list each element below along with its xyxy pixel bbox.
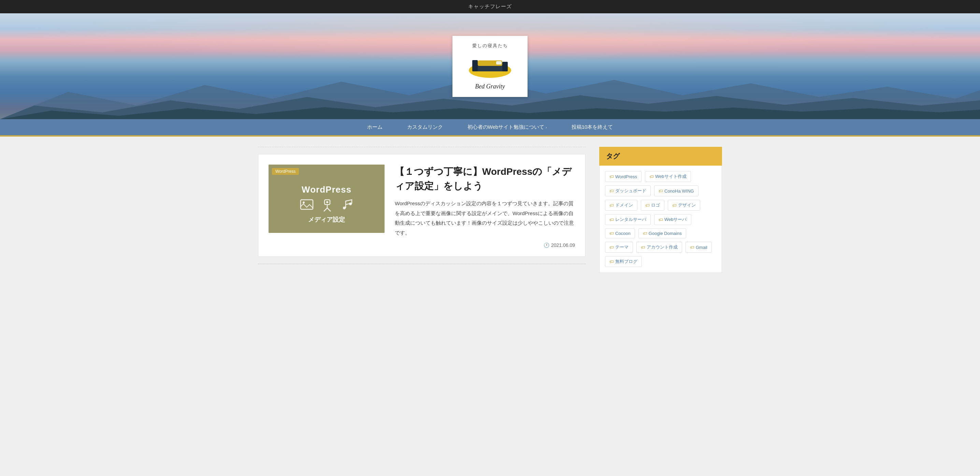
date-text: 2021.06.09 [551,243,575,248]
article-separator-bottom [258,264,585,264]
top-bar: キャッチフレーズ [0,0,980,13]
tag-item[interactable]: 🏷レンタルサーバ [605,214,651,225]
tags-widget: タグ 🏷WordPress🏷Webサイト作成🏷ダッシュボード🏷ConoHa WI… [599,147,722,273]
tag-item[interactable]: 🏷ダッシュボード [605,185,651,196]
tag-icon: 🏷 [609,203,614,208]
tag-icon: 🏷 [609,217,614,222]
tag-item[interactable]: 🏷ConoHa WING [654,185,698,196]
tag-label: Google Domains [649,231,682,236]
tag-label: WordPress [615,174,637,179]
article-info: 【１つずつ丁寧に】WordPressの「メディア設定」をしよう WordPres… [395,165,575,248]
svg-rect-5 [472,60,478,71]
nav-item-after10[interactable]: 投稿10本を終えて [559,119,625,135]
tag-item[interactable]: 🏷Webサーバ [654,214,691,225]
page-body: WordPress WordPress [251,137,729,293]
tags-widget-body: 🏷WordPress🏷Webサイト作成🏷ダッシュボード🏷ConoHa WING🏷… [599,166,722,273]
tag-icon: 🏷 [649,174,654,179]
tag-label: Gmail [696,245,707,250]
thumb-subtitle: メディア設定 [308,216,345,224]
thumb-wp-label: WordPress [302,184,352,195]
nav-item-beginner[interactable]: 初心者のWebサイト勉強について › [455,119,559,135]
tag-icon: 🏷 [609,245,614,250]
svg-point-17 [349,203,352,205]
tag-item[interactable]: 🏷ロゴ [641,200,664,211]
tag-label: デザイン [678,202,696,208]
article-title[interactable]: 【１つずつ丁寧に】WordPressの「メディア設定」をしよう [395,165,575,193]
tag-label: ロゴ [651,202,660,208]
sidebar: タグ 🏷WordPress🏷Webサイト作成🏷ダッシュボード🏷ConoHa WI… [599,147,722,283]
tag-label: ダッシュボード [615,188,646,194]
tag-icon: 🏷 [643,231,647,236]
svg-line-14 [324,208,327,211]
nav-item-home[interactable]: ホーム [355,119,395,135]
article-date: 🕐 2021.06.09 [395,243,575,248]
tag-item[interactable]: 🏷Google Domains [638,228,686,238]
tags-widget-title: タグ [599,147,722,166]
chevron-down-icon: › [546,125,547,129]
bed-logo-graphic [463,51,517,80]
tag-label: アカウント作成 [647,244,678,250]
tag-label: 無料ブログ [615,259,637,265]
calendar-icon: 🕐 [544,243,549,248]
tag-item[interactable]: 🏷無料ブログ [605,256,642,267]
tag-item[interactable]: 🏷Cocoon [605,228,635,238]
tag-item[interactable]: 🏷ドメイン [605,200,637,211]
tag-icon: 🏷 [645,203,650,208]
tag-icon: 🏷 [659,188,663,193]
tag-label: レンタルサーバ [615,217,646,223]
article-thumbnail[interactable]: WordPress WordPress [269,165,385,233]
tag-label: Webサイト作成 [655,174,687,180]
tag-icon: 🏷 [690,245,694,250]
article-card: WordPress WordPress [258,154,585,257]
tag-item[interactable]: 🏷WordPress [605,171,641,182]
svg-rect-6 [502,62,508,71]
tag-label: Webサーバ [664,217,687,223]
tag-item[interactable]: 🏷アカウント作成 [636,242,682,253]
site-script-name: Bed Gravity [463,83,517,90]
thumb-icons [300,198,353,212]
site-subtitle-text: 愛しの寝具たち [463,43,517,49]
category-badge: WordPress [272,168,299,175]
tag-icon: 🏷 [672,203,677,208]
nav-item-custom-link[interactable]: カスタムリンク [395,119,455,135]
tag-icon: 🏷 [609,231,614,236]
tag-icon: 🏷 [609,259,614,264]
tag-item[interactable]: 🏷テーマ [605,242,633,253]
tag-label: テーマ [615,244,628,250]
tag-label: Cocoon [615,231,631,236]
tag-label: ConoHa WING [664,188,694,193]
tag-item[interactable]: 🏷デザイン [668,200,700,211]
tag-icon: 🏷 [609,188,614,193]
tag-label: ドメイン [615,202,633,208]
tag-icon: 🏷 [641,245,645,250]
svg-rect-8 [496,61,501,64]
tag-icon: 🏷 [609,174,614,179]
svg-point-10 [303,201,305,203]
article-excerpt: WordPressのディスカッション設定の内容を１つずつ見ていきます。記事の質を… [395,199,575,238]
site-nav: ホーム カスタムリンク 初心者のWebサイト勉強について › 投稿10本を終えて [0,119,980,137]
svg-point-16 [343,207,346,209]
tag-list: 🏷WordPress🏷Webサイト作成🏷ダッシュボード🏷ConoHa WING🏷… [605,171,716,267]
main-content: WordPress WordPress [258,147,585,283]
tag-item[interactable]: 🏷Webサイト作成 [645,171,691,182]
svg-line-15 [327,208,331,211]
svg-point-12 [326,201,328,203]
catchphrase-text: キャッチフレーズ [468,3,512,9]
tag-item[interactable]: 🏷Gmail [686,242,712,253]
site-header: 愛しの寝具たち Bed Gravity [0,13,980,119]
site-logo[interactable]: 愛しの寝具たち Bed Gravity [452,36,528,97]
tag-icon: 🏷 [659,217,663,222]
